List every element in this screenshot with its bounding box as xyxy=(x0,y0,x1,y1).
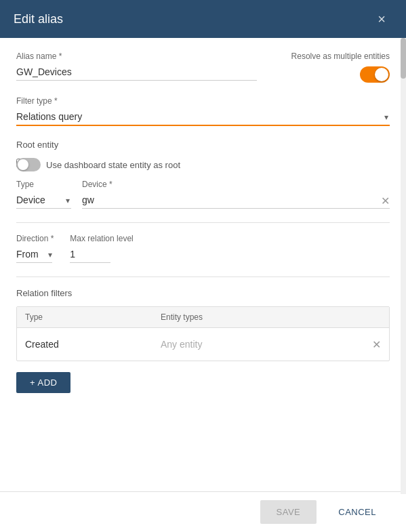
col-entity-header: Entity types xyxy=(161,312,381,322)
direction-level-row: Direction * From To ▾ Max relation level xyxy=(16,234,390,263)
device-label: Device * xyxy=(82,180,390,189)
root-entity-label: Root entity xyxy=(16,140,390,150)
direction-label: Direction * xyxy=(16,234,54,243)
divider-2 xyxy=(16,277,390,277)
resolve-multiple-label: Resolve as multiple entities xyxy=(291,52,390,61)
use-dashboard-toggle[interactable] xyxy=(16,158,41,171)
direction-group: Direction * From To ▾ xyxy=(16,234,54,263)
filter-type-label: Filter type * xyxy=(16,96,390,106)
dialog-footer: SAVE CANCEL xyxy=(0,491,406,532)
edit-alias-dialog: Edit alias × Alias name * Resolve as mul… xyxy=(0,0,406,532)
scrollbar-track[interactable] xyxy=(401,38,406,494)
dialog-header: Edit alias × xyxy=(0,0,406,38)
resolve-multiple-toggle[interactable] xyxy=(360,66,390,83)
add-button-label: + ADD xyxy=(30,377,57,388)
root-entity-section: Root entity Use dashboard state entity a… xyxy=(16,140,390,209)
type-device-row: Type Device Asset Customer Tenant ▾ Devi… xyxy=(16,180,390,209)
type-group: Type Device Asset Customer Tenant ▾ xyxy=(16,180,71,209)
device-input-wrapper: ✕ xyxy=(82,192,390,209)
close-button[interactable]: × xyxy=(371,8,392,30)
max-level-input[interactable] xyxy=(70,246,110,263)
device-input[interactable] xyxy=(82,192,390,209)
max-level-group: Max relation level xyxy=(70,234,133,263)
type-select[interactable]: Device Asset Customer Tenant xyxy=(16,192,71,209)
cancel-button[interactable]: CANCEL xyxy=(322,500,392,524)
col-type-header: Type xyxy=(25,312,161,322)
max-level-label: Max relation level xyxy=(70,234,133,243)
save-button[interactable]: SAVE xyxy=(260,500,317,524)
row-type-value: Created xyxy=(25,339,161,350)
direction-select-wrapper: From To ▾ xyxy=(16,246,54,263)
alias-name-group: Alias name * xyxy=(16,52,257,81)
relation-table-header: Type Entity types xyxy=(17,307,389,328)
dialog-body: Alias name * Resolve as multiple entitie… xyxy=(0,38,406,491)
dialog-title: Edit alias xyxy=(14,12,63,26)
type-select-wrapper: Device Asset Customer Tenant ▾ xyxy=(16,192,71,209)
filter-type-select[interactable]: Relations query Single entity Entity lis… xyxy=(16,108,390,126)
resolve-multiple-group: Resolve as multiple entities xyxy=(268,52,390,83)
scrollbar-thumb[interactable] xyxy=(401,38,406,79)
alias-name-input[interactable] xyxy=(16,64,257,81)
device-group: Device * ✕ xyxy=(82,180,390,209)
toggle-slider xyxy=(360,66,390,83)
relation-filters-table: Type Entity types Created Any entity ✕ xyxy=(16,306,390,361)
filter-type-wrapper: Relations query Single entity Entity lis… xyxy=(16,108,390,126)
add-button[interactable]: + ADD xyxy=(16,372,70,393)
use-dashboard-label: Use dashboard state entity as root xyxy=(46,160,180,170)
relation-filters-section: Relation filters Type Entity types Creat… xyxy=(16,288,390,361)
small-toggle-slider xyxy=(16,158,41,171)
row-entity-text: Any entity xyxy=(161,339,202,350)
row-entity-value: Any entity ✕ xyxy=(161,338,381,351)
alias-name-row: Alias name * Resolve as multiple entitie… xyxy=(16,52,390,83)
alias-name-label: Alias name * xyxy=(16,52,257,61)
type-label: Type xyxy=(16,180,71,189)
row-clear-button[interactable]: ✕ xyxy=(372,338,381,351)
filter-type-group: Filter type * Relations query Single ent… xyxy=(16,96,390,126)
use-dashboard-row: Use dashboard state entity as root xyxy=(16,158,390,171)
device-clear-button[interactable]: ✕ xyxy=(381,195,390,207)
row-type-text: Created xyxy=(25,339,59,350)
relation-filters-label: Relation filters xyxy=(16,288,390,298)
table-row: Created Any entity ✕ xyxy=(17,328,389,361)
direction-select[interactable]: From To xyxy=(16,246,52,263)
divider-1 xyxy=(16,222,390,223)
